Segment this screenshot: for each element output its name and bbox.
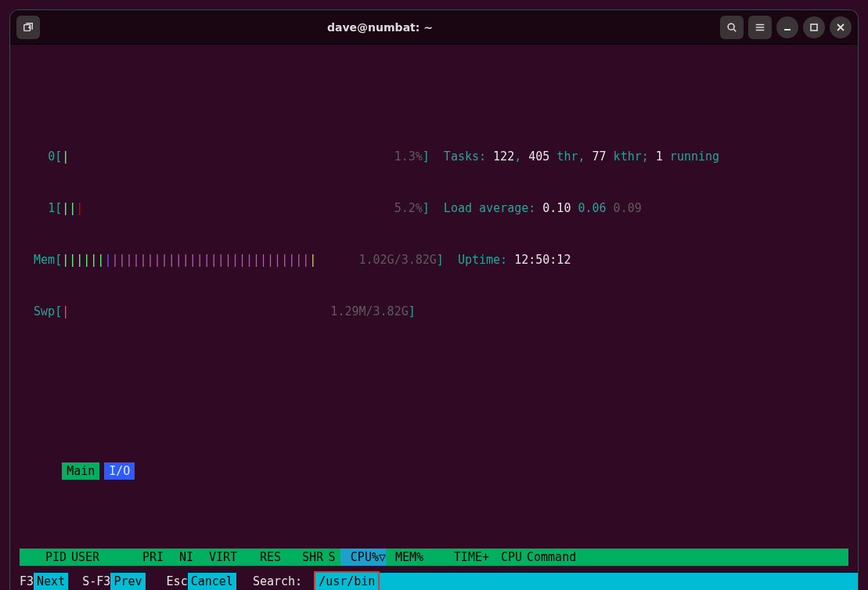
- hdr-time[interactable]: TIME+: [423, 549, 489, 566]
- swp-meter: Swp[| 1.29M/3.82G]: [20, 303, 848, 320]
- maximize-icon: [809, 23, 819, 32]
- tasks-count: 122: [493, 149, 514, 164]
- mem-meter: Mem[||||||||||||||||||||||||||||||||||||…: [20, 251, 848, 268]
- search-input[interactable]: /usr/bin: [314, 571, 380, 590]
- sf3-key: S-F3: [82, 573, 110, 590]
- hdr-shr[interactable]: SHR: [281, 549, 323, 566]
- cpu1-meter: 1[||| 5.2%] Load average: 0.10 0.06 0.09: [20, 200, 848, 217]
- close-button[interactable]: [830, 16, 852, 38]
- tab-io[interactable]: I/O: [104, 462, 135, 480]
- new-tab-button[interactable]: [16, 16, 40, 39]
- hamburger-icon: [755, 22, 765, 33]
- terminal-window: dave@numbat: ~ 0[|: [9, 9, 859, 590]
- hdr-command[interactable]: Command: [522, 549, 848, 566]
- load1: 0.10: [542, 201, 571, 215]
- svg-point-1: [728, 23, 734, 30]
- svg-rect-2: [811, 24, 817, 31]
- running-label: running: [670, 149, 719, 164]
- prev-label[interactable]: Prev: [110, 573, 145, 590]
- thr-count: 405: [528, 149, 549, 164]
- window-title: dave@numbat: ~: [327, 21, 433, 34]
- maximize-button[interactable]: [803, 16, 825, 38]
- close-icon: [836, 23, 845, 32]
- kthr-count: 77: [592, 149, 607, 164]
- search-icon: [726, 22, 737, 33]
- uptime-value: 12:50:12: [514, 253, 571, 267]
- next-label[interactable]: Next: [34, 573, 68, 590]
- cancel-label[interactable]: Cancel: [188, 573, 236, 590]
- minimize-icon: [783, 23, 792, 32]
- load5: 0.06: [578, 201, 606, 215]
- cpu0-meter: 0[| 1.3%] Tasks: 122, 405 thr, 77 kthr; …: [20, 148, 848, 165]
- hdr-cpu-num[interactable]: CPU: [489, 549, 522, 566]
- tab-main[interactable]: Main: [62, 462, 99, 480]
- hdr-cpu[interactable]: CPU%▽: [340, 549, 386, 566]
- search-fill: [380, 573, 858, 590]
- f3-key: F3: [20, 573, 34, 590]
- hdr-res[interactable]: RES: [237, 549, 281, 566]
- tasks-label: Tasks:: [444, 149, 486, 164]
- hdr-ni[interactable]: NI: [164, 549, 193, 566]
- search-button[interactable]: [720, 16, 744, 39]
- kthr-label: kthr;: [614, 149, 649, 164]
- load15: 0.09: [614, 201, 642, 215]
- hdr-user[interactable]: USER: [67, 549, 110, 566]
- column-headers[interactable]: PID USER PRI NI VIRT RES SHR S CPU%▽ MEM…: [20, 549, 848, 566]
- hdr-pid[interactable]: PID: [20, 549, 67, 566]
- search-label: Search:: [236, 573, 314, 590]
- hdr-mem[interactable]: MEM%: [386, 549, 423, 566]
- running-count: 1: [656, 149, 663, 164]
- thr-label: thr: [556, 149, 578, 164]
- titlebar: dave@numbat: ~: [10, 10, 858, 45]
- hdr-pri[interactable]: PRI: [110, 549, 164, 566]
- uptime-label: Uptime:: [458, 253, 507, 267]
- hdr-s[interactable]: S: [323, 549, 340, 566]
- hamburger-button[interactable]: [748, 16, 772, 39]
- terminal-body: 0[| 1.3%] Tasks: 122, 405 thr, 77 kthr; …: [10, 45, 858, 590]
- new-tab-icon: [23, 22, 34, 33]
- tabs: MainI/O: [20, 445, 848, 497]
- footer-bar: F3Next S-F3Prev EscCancel Search: /usr/b…: [10, 573, 858, 590]
- esc-key: Esc: [167, 573, 188, 590]
- hdr-virt[interactable]: VIRT: [193, 549, 237, 566]
- load-label: Load average:: [444, 201, 535, 215]
- minimize-button[interactable]: [776, 16, 798, 38]
